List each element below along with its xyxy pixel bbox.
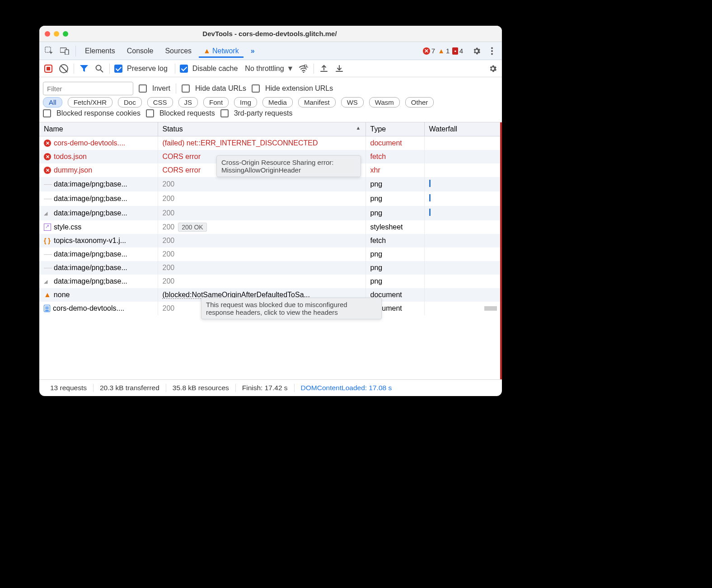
network-row[interactable]: ––data:image/png;base...200png bbox=[39, 191, 502, 206]
row-status: (failed) net::ERR_INTERNET_DISCONNECTED bbox=[158, 136, 365, 150]
warning-icon: ▲ bbox=[438, 47, 445, 55]
disable-cache-label: Disable cache bbox=[192, 65, 238, 73]
error-icon: ✕ bbox=[44, 140, 51, 147]
row-waterfall bbox=[424, 136, 502, 150]
row-waterfall bbox=[424, 234, 502, 247]
filter-input[interactable] bbox=[43, 82, 133, 95]
upload-har-icon[interactable] bbox=[319, 63, 329, 74]
type-pill-img[interactable]: Img bbox=[234, 97, 257, 107]
filter-toggle-icon[interactable] bbox=[79, 63, 89, 74]
panel-more[interactable]: » bbox=[246, 44, 259, 58]
row-type: png bbox=[365, 247, 424, 261]
error-icon: ✕ bbox=[44, 153, 51, 160]
network-row[interactable]: ––data:image/png;base...200png bbox=[39, 247, 502, 261]
error-icon: ✕ bbox=[423, 47, 430, 55]
svg-point-5 bbox=[491, 53, 493, 55]
panel-sources[interactable]: Sources bbox=[160, 44, 196, 58]
grid-error-indicator bbox=[500, 122, 502, 379]
network-row[interactable]: { }topics-taxonomy-v1.j...200fetch bbox=[39, 234, 502, 247]
type-pill-ws[interactable]: WS bbox=[341, 97, 364, 107]
device-toggle-icon[interactable] bbox=[58, 45, 71, 57]
inspect-element-icon[interactable] bbox=[43, 45, 56, 57]
row-type: fetch bbox=[365, 234, 424, 247]
network-row[interactable]: ◢data:image/png;base...200png bbox=[39, 206, 502, 220]
blocked-cookies-checkbox[interactable] bbox=[43, 109, 51, 117]
type-pill-all[interactable]: All bbox=[43, 97, 62, 107]
generic-file-icon: –– bbox=[44, 195, 51, 203]
status-requests: 13 requests bbox=[44, 384, 94, 392]
column-status[interactable]: Status bbox=[158, 122, 365, 136]
network-settings-icon[interactable] bbox=[487, 63, 498, 74]
invert-checkbox[interactable] bbox=[139, 84, 147, 93]
type-pill-media[interactable]: Media bbox=[262, 97, 293, 107]
issues-badge[interactable]: ▪4 bbox=[452, 47, 463, 55]
document-icon bbox=[44, 305, 50, 312]
type-pill-fetchxhr[interactable]: Fetch/XHR bbox=[68, 97, 112, 107]
generic-file-icon: –– bbox=[44, 250, 51, 258]
type-pill-js[interactable]: JS bbox=[178, 97, 198, 107]
warnings-badge[interactable]: ▲1 bbox=[438, 47, 450, 55]
svg-point-6 bbox=[96, 65, 101, 70]
row-name: data:image/png;base... bbox=[54, 277, 127, 285]
type-pill-doc[interactable]: Doc bbox=[118, 97, 142, 107]
third-party-checkbox[interactable] bbox=[220, 109, 229, 117]
download-har-icon[interactable] bbox=[334, 63, 345, 74]
type-pill-css[interactable]: CSS bbox=[147, 97, 173, 107]
network-row[interactable]: style.css200200 OKstylesheet bbox=[39, 220, 502, 234]
hide-data-urls-checkbox[interactable] bbox=[182, 84, 190, 93]
throttling-value: No throttling bbox=[245, 65, 284, 73]
row-waterfall bbox=[424, 206, 502, 220]
row-status: 200 bbox=[158, 247, 365, 261]
throttling-select[interactable]: No throttling ▼ bbox=[245, 65, 294, 73]
settings-icon[interactable] bbox=[470, 45, 483, 57]
row-waterfall bbox=[424, 288, 502, 302]
kebab-menu-icon[interactable] bbox=[486, 45, 498, 57]
network-row[interactable]: ––data:image/png;base...200png bbox=[39, 177, 502, 191]
generic-file-icon: –– bbox=[44, 180, 51, 188]
type-pill-font[interactable]: Font bbox=[203, 97, 229, 107]
network-conditions-icon[interactable] bbox=[298, 63, 309, 74]
status-badge: 200 OK bbox=[178, 223, 206, 232]
row-name: data:image/png;base... bbox=[54, 250, 127, 258]
panel-console[interactable]: Console bbox=[122, 44, 158, 58]
filter-bar: Invert Hide data URLs Hide extension URL… bbox=[39, 77, 502, 122]
warning-icon: ▲ bbox=[203, 47, 211, 55]
issues-count: 4 bbox=[459, 47, 463, 55]
blocked-requests-checkbox[interactable] bbox=[146, 109, 154, 117]
script-icon: { } bbox=[44, 237, 51, 244]
chevron-down-icon: ▼ bbox=[287, 65, 294, 73]
row-waterfall bbox=[424, 150, 502, 163]
network-row[interactable]: ––data:image/png;base...200png bbox=[39, 261, 502, 275]
type-pill-other[interactable]: Other bbox=[405, 97, 434, 107]
disable-cache-checkbox[interactable] bbox=[180, 65, 188, 73]
svg-rect-2 bbox=[65, 50, 69, 55]
search-icon[interactable] bbox=[94, 63, 105, 74]
devtools-window: DevTools - cors-demo-devtools.glitch.me/… bbox=[39, 26, 502, 396]
clear-button[interactable] bbox=[58, 63, 69, 74]
errors-count: 7 bbox=[431, 47, 435, 55]
column-type[interactable]: Type bbox=[365, 122, 424, 136]
errors-badge[interactable]: ✕7 bbox=[423, 47, 435, 55]
row-status: 200 bbox=[158, 234, 365, 247]
type-pill-manifest[interactable]: Manifest bbox=[298, 97, 336, 107]
hide-extension-urls-checkbox[interactable] bbox=[252, 84, 260, 93]
column-name[interactable]: Name bbox=[39, 122, 158, 136]
row-status: 200 bbox=[158, 191, 365, 206]
cors-error-tooltip: Cross-Origin Resource Sharing error: Mis… bbox=[216, 155, 361, 177]
panel-network[interactable]: ▲Network bbox=[199, 44, 244, 58]
row-status: 200 bbox=[158, 177, 365, 191]
column-waterfall[interactable]: Waterfall bbox=[424, 122, 502, 136]
waterfall-bar bbox=[429, 209, 431, 216]
panel-elements[interactable]: Elements bbox=[80, 44, 120, 58]
preserve-log-checkbox[interactable] bbox=[114, 65, 122, 73]
type-pill-wasm[interactable]: Wasm bbox=[369, 97, 400, 107]
network-row[interactable]: ✕cors-demo-devtools....(failed) net::ERR… bbox=[39, 136, 502, 150]
row-name: data:image/png;base... bbox=[54, 209, 127, 217]
network-row[interactable]: ◢data:image/png;base...200png bbox=[39, 275, 502, 288]
row-status: 200 bbox=[158, 275, 365, 288]
row-waterfall bbox=[424, 191, 502, 206]
record-button[interactable] bbox=[43, 63, 54, 74]
status-resources: 35.8 kB resources bbox=[166, 384, 236, 392]
preserve-log-label: Preserve log bbox=[127, 65, 168, 73]
invert-label: Invert bbox=[152, 84, 170, 93]
